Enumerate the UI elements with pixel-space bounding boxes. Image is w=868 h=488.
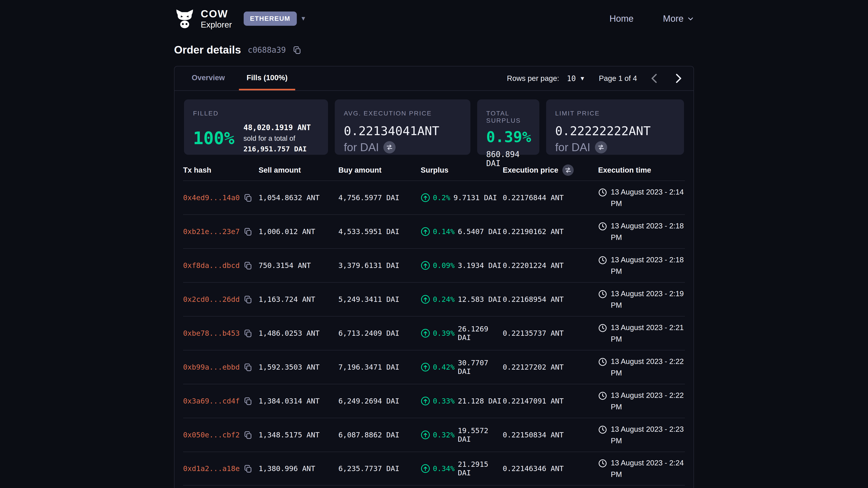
- surplus-up-icon: [421, 227, 430, 236]
- buy-amount: 4,756.5977 DAI: [338, 193, 421, 202]
- network-dropdown-icon[interactable]: ▼: [301, 15, 307, 22]
- copy-tx-hash-button[interactable]: [244, 363, 252, 371]
- sell-amount: 1,380.996 ANT: [258, 464, 338, 473]
- app-content: COW Explorer ETHEREUM ▼ Home More Order …: [174, 0, 694, 488]
- rows-per-page-select[interactable]: 10 ▼: [567, 74, 585, 83]
- tx-hash-link[interactable]: 0xd1a2...a18e: [183, 464, 240, 473]
- nav-more[interactable]: More: [663, 13, 694, 24]
- surplus-percent: 0.09%: [433, 261, 455, 270]
- avg-price-unit: for DAI: [344, 141, 379, 154]
- surplus-amount: 6.5407 DAI: [458, 227, 501, 236]
- rows-per-page-label: Rows per page:: [507, 74, 559, 83]
- tx-hash-link[interactable]: 0x3a69...cd4f: [183, 397, 240, 405]
- total-surplus-percent: 0.39%: [486, 128, 530, 146]
- sell-amount: 750.3154 ANT: [258, 261, 338, 270]
- copy-tx-hash-button[interactable]: [244, 397, 252, 405]
- execution-time: 13 August 2023 - 2:22 PM: [611, 390, 685, 413]
- clock-icon: [598, 459, 607, 468]
- pagination: Rows per page: 10 ▼ Page 1 of 4: [507, 66, 684, 90]
- page-title: Order details: [174, 43, 241, 56]
- execution-price: 0.22176844 ANT: [503, 193, 598, 202]
- copy-tx-hash-button[interactable]: [244, 227, 252, 236]
- surplus-percent: 0.32%: [433, 431, 455, 439]
- table-row: 0x2cd0...26dd 1,163.724 ANT 5,249.3411 D…: [183, 282, 685, 316]
- copy-tx-hash-button[interactable]: [244, 431, 252, 439]
- limit-price-label: LIMIT PRICE: [555, 110, 675, 117]
- tx-hash-link[interactable]: 0xf8da...dbcd: [183, 261, 240, 270]
- filled-amount: 48,020.1919 ANT: [243, 122, 319, 133]
- logo[interactable]: COW Explorer: [174, 8, 232, 29]
- surplus-up-icon: [421, 396, 430, 406]
- clock-icon: [598, 391, 607, 400]
- swap-icon: [597, 144, 604, 151]
- execution-price: 0.22150834 ANT: [503, 431, 598, 439]
- tx-hash-link[interactable]: 0xb99a...ebbd: [183, 363, 240, 371]
- avg-price-invert-button[interactable]: [383, 141, 396, 153]
- copy-tx-hash-button[interactable]: [244, 295, 252, 304]
- surplus-percent: 0.39%: [433, 329, 455, 337]
- copy-order-id-button[interactable]: [293, 46, 301, 54]
- sell-amount: 1,486.0253 ANT: [258, 329, 338, 337]
- surplus-percent: 0.34%: [433, 464, 455, 473]
- order-panel: Overview Fills (100%) Rows per page: 10 …: [174, 66, 694, 488]
- tx-hash-link[interactable]: 0x2cd0...26dd: [183, 295, 240, 304]
- clock-icon: [598, 324, 607, 332]
- nav-home[interactable]: Home: [610, 13, 633, 24]
- surplus-amount: 19.5572 DAI: [458, 426, 503, 444]
- clock-icon: [598, 256, 607, 265]
- clock-icon: [598, 222, 607, 231]
- table-row: 0xbe78...b453 1,486.0253 ANT 6,713.2409 …: [183, 316, 685, 350]
- copy-icon: [244, 363, 252, 371]
- buy-amount: 3,379.6131 DAI: [338, 261, 421, 270]
- tab-fills[interactable]: Fills (100%): [239, 66, 296, 90]
- copy-tx-hash-button[interactable]: [244, 193, 252, 202]
- chevron-left-icon: [649, 72, 660, 84]
- fills-table-header: Tx hash Sell amount Buy amount Surplus E…: [183, 160, 685, 181]
- execution-time: 13 August 2023 - 2:18 PM: [611, 220, 685, 243]
- summary-cards: FILLED 100% 48,020.1919 ANT sold for a t…: [175, 91, 693, 155]
- copy-icon: [293, 46, 301, 54]
- next-page-button[interactable]: [672, 72, 684, 84]
- buy-amount: 7,196.3471 DAI: [338, 363, 421, 371]
- cow-icon: [174, 8, 195, 29]
- limit-price-card: LIMIT PRICE 0.22222222ANT for DAI: [546, 99, 684, 155]
- tx-hash-link[interactable]: 0xbe78...b453: [183, 329, 240, 337]
- buy-amount: 6,713.2409 DAI: [338, 329, 421, 337]
- network-badge[interactable]: ETHEREUM: [244, 11, 297, 26]
- tx-hash-link[interactable]: 0x050e...cbf2: [183, 431, 240, 439]
- copy-tx-hash-button[interactable]: [244, 464, 252, 473]
- prev-page-button[interactable]: [649, 72, 660, 84]
- network-selector[interactable]: ETHEREUM ▼: [244, 11, 306, 26]
- surplus-amount: 21.128 DAI: [458, 397, 501, 405]
- sell-amount: 1,006.012 ANT: [258, 227, 338, 236]
- execution-price: 0.22135737 ANT: [503, 329, 598, 337]
- execution-time: 13 August 2023 - 2:18 PM: [611, 254, 685, 277]
- limit-price-invert-button[interactable]: [595, 141, 607, 153]
- table-row: 0xb21e...23e7 1,006.012 ANT 4,533.5951 D…: [183, 215, 685, 248]
- copy-tx-hash-button[interactable]: [244, 329, 252, 337]
- copy-tx-hash-button[interactable]: [244, 261, 252, 270]
- copy-icon: [244, 464, 252, 473]
- execution-time: 13 August 2023 - 2:24 PM: [611, 457, 685, 480]
- copy-icon: [244, 397, 252, 405]
- execution-time: 13 August 2023 - 2:23 PM: [611, 423, 685, 447]
- avg-price-value: 0.22134041ANT: [344, 124, 461, 138]
- buy-amount: 5,249.3411 DAI: [338, 295, 421, 304]
- sell-amount: 1,384.0314 ANT: [258, 397, 338, 405]
- tab-overview[interactable]: Overview: [184, 66, 232, 90]
- tx-hash-link[interactable]: 0xb21e...23e7: [183, 227, 240, 236]
- col-buy-amount: Buy amount: [338, 166, 421, 174]
- filled-percent: 100%: [193, 128, 235, 148]
- copy-icon: [244, 261, 252, 270]
- col-execution-price: Execution price: [503, 166, 558, 174]
- total-surplus-label: TOTAL SURPLUS: [486, 110, 530, 124]
- tx-hash-link[interactable]: 0x4ed9...14a0: [183, 193, 240, 202]
- execution-price-invert-button[interactable]: [562, 164, 574, 176]
- rows-per-page-value: 10: [567, 74, 576, 83]
- copy-icon: [244, 227, 252, 236]
- execution-price: 0.22168954 ANT: [503, 295, 598, 304]
- total-surplus-card: TOTAL SURPLUS 0.39% 860.894 DAI: [477, 99, 539, 155]
- execution-price: 0.22190162 ANT: [503, 227, 598, 236]
- buy-amount: 6,087.8862 DAI: [338, 431, 421, 439]
- filled-sold-line: sold for a total of 216,951.757 DAI: [243, 133, 319, 155]
